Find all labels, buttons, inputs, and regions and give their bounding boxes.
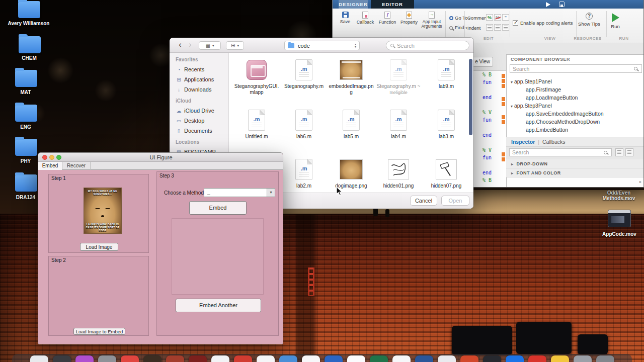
- tab-embed[interactable]: Embed: [38, 162, 62, 170]
- dock-app-icon[interactable]: [75, 355, 94, 362]
- file-item[interactable]: SteganographyGUI.mlapp: [233, 58, 280, 95]
- folder-icon[interactable]: [19, 36, 41, 53]
- dock-app-icon[interactable]: [234, 355, 252, 362]
- quick-run-icon[interactable]: [546, 2, 550, 7]
- callback-button[interactable]: Callback: [355, 12, 376, 25]
- dock-app-icon[interactable]: [121, 355, 139, 362]
- tab-recover[interactable]: Recover: [62, 162, 91, 170]
- checkbox-icon[interactable]: ✓: [513, 20, 518, 26]
- tab-editor[interactable]: EDITOR: [371, 0, 414, 9]
- file-item[interactable]: hidden07.png: [423, 157, 469, 189]
- property-button[interactable]: Property: [399, 12, 419, 25]
- search-input[interactable]: [510, 66, 634, 72]
- file-item[interactable]: embeddedImage.png: [328, 58, 374, 95]
- smart-indent-icon[interactable]: [486, 24, 493, 31]
- file-item[interactable]: .m Steganography.m: [281, 58, 327, 89]
- forward-button[interactable]: ›: [186, 41, 195, 50]
- code-warning-marker[interactable]: [502, 97, 505, 101]
- dock-app-icon[interactable]: [302, 355, 320, 362]
- folder-icon[interactable]: [15, 139, 37, 156]
- dock-app-icon[interactable]: [279, 355, 297, 362]
- wrap-comments-icon[interactable]: ": [502, 14, 509, 21]
- code-warning-marker[interactable]: [502, 157, 505, 161]
- uncomment-icon[interactable]: %: [494, 14, 501, 21]
- dock-app-icon[interactable]: [483, 355, 501, 362]
- search-input[interactable]: [397, 43, 469, 49]
- open-button[interactable]: Open: [441, 196, 469, 206]
- tree-item-saveembeddedimagebutton[interactable]: app.SaveEmbeddedImageButton: [526, 110, 604, 118]
- coding-alerts-checkbox[interactable]: ✓Enable app coding alerts: [513, 20, 573, 26]
- tab-inspector[interactable]: Inspector: [511, 139, 535, 145]
- scrollbar-thumb[interactable]: [469, 59, 472, 135]
- back-button[interactable]: ‹: [176, 41, 185, 50]
- code-warning-marker[interactable]: [502, 115, 505, 119]
- dock-app-icon[interactable]: [143, 355, 162, 362]
- file-item[interactable]: .m lab5.m: [328, 108, 374, 140]
- dock-app-icon[interactable]: [53, 355, 71, 362]
- tree-item-embedbutton[interactable]: app.EmbedButton: [526, 126, 568, 134]
- folder-icon[interactable]: [18, 1, 40, 18]
- component-browser-search[interactable]: [510, 64, 642, 73]
- view-by-category-icon[interactable]: [615, 148, 623, 156]
- file-item[interactable]: .m lab9.m: [423, 58, 469, 89]
- embed-another-button[interactable]: Embed Another: [176, 299, 261, 312]
- load-image-button[interactable]: Load Image: [80, 243, 118, 251]
- inspector-search[interactable]: [509, 148, 612, 156]
- chevron-right-icon[interactable]: ▸: [639, 179, 641, 184]
- sort-alphabetical-icon[interactable]: [625, 148, 633, 156]
- movie-file-icon[interactable]: [608, 210, 631, 227]
- app-input-arguments-button[interactable]: App Input Arguments: [420, 12, 443, 29]
- comment-buttons[interactable]: %%": [486, 14, 510, 21]
- tree-item-step3panel[interactable]: ▾app.Step3Panel: [511, 102, 552, 110]
- file-item[interactable]: .m lab3.m: [423, 108, 469, 140]
- dock-app-icon[interactable]: [551, 355, 569, 362]
- dock-app-icon[interactable]: [460, 355, 478, 362]
- dock-app-icon[interactable]: [347, 355, 365, 362]
- chevron-down-icon[interactable]: ▾: [511, 104, 513, 109]
- sidebar-item-desktop[interactable]: ▭Desktop: [170, 116, 229, 125]
- finder-search-field[interactable]: [386, 41, 469, 50]
- save-button[interactable]: Save: [337, 12, 354, 24]
- indent-left-icon[interactable]: [494, 24, 501, 31]
- choose-method-dropdown[interactable]: _ ▾: [204, 188, 275, 197]
- tree-item-firstimage[interactable]: app.FirstImage: [526, 85, 561, 94]
- dock-app-icon[interactable]: [211, 355, 229, 362]
- cancel-button[interactable]: Cancel: [410, 196, 437, 206]
- dock-app-icon[interactable]: [574, 355, 592, 362]
- sidebar-item-applications[interactable]: ⊞Applications: [170, 75, 229, 84]
- dock-app-icon[interactable]: [438, 355, 456, 362]
- dock-app-icon[interactable]: [166, 355, 184, 362]
- view-options-button[interactable]: ▦▾: [199, 41, 221, 50]
- file-item[interactable]: .m lab2.m: [281, 157, 327, 189]
- code-warning-marker[interactable]: [502, 152, 505, 156]
- code-warning-marker[interactable]: [502, 102, 505, 106]
- function-button[interactable]: Function: [377, 12, 398, 25]
- run-button[interactable]: Run: [606, 13, 624, 29]
- dock-app-icon[interactable]: [528, 355, 546, 362]
- dock-app-icon[interactable]: [257, 355, 275, 362]
- indent-right-icon[interactable]: [502, 24, 509, 31]
- dock-app-icon[interactable]: [596, 355, 614, 362]
- show-tips-button[interactable]: ? Show Tips: [575, 13, 603, 27]
- section-font-and-color[interactable]: ▸FONT AND COLOR: [506, 168, 644, 177]
- dock-app-icon[interactable]: [415, 355, 433, 362]
- sidebar-item-icloud-drive[interactable]: ☁iCloud Drive: [170, 106, 229, 115]
- tree-item-step1panel[interactable]: ▾app.Step1Panel: [511, 77, 552, 85]
- minimize-button[interactable]: [49, 155, 54, 160]
- dock-app-icon[interactable]: [30, 355, 48, 362]
- sidebar-item-recents[interactable]: ◔Recents: [170, 65, 229, 74]
- dock-app-icon[interactable]: [98, 355, 116, 362]
- file-item[interactable]: .m Untitled.m: [233, 108, 280, 140]
- code-view-toggle-button[interactable]: e View: [471, 57, 493, 67]
- chevron-down-icon[interactable]: ▾: [511, 80, 513, 84]
- code-warning-marker[interactable]: [502, 74, 505, 78]
- file-label[interactable]: Odd/Even Methods.mov: [598, 190, 640, 201]
- code-warning-marker[interactable]: [502, 84, 505, 88]
- code-warning-marker[interactable]: [502, 120, 505, 124]
- sidebar-item-downloads[interactable]: ↓Downloads: [170, 85, 229, 94]
- embed-button[interactable]: Embed: [189, 201, 247, 215]
- folder-icon[interactable]: [15, 70, 37, 87]
- tab-callbacks[interactable]: Callbacks: [542, 139, 566, 145]
- location-popup[interactable]: code ▴▾: [284, 41, 360, 50]
- code-warning-marker[interactable]: [502, 79, 505, 83]
